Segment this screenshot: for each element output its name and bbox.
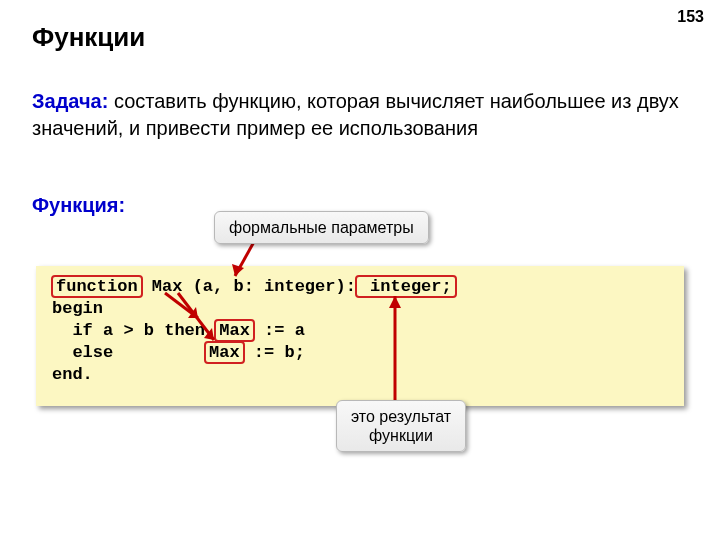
page-number: 153	[677, 8, 704, 26]
code-else-a: else	[52, 343, 205, 362]
code-end: end.	[52, 365, 93, 384]
code-if-b: := a	[254, 321, 305, 340]
code: function Max (a, b: integer): integer; b…	[52, 276, 668, 386]
callout-result: это результат функции	[336, 400, 466, 452]
code-block: function Max (a, b: integer): integer; b…	[36, 266, 684, 406]
task-paragraph: Задача: составить функцию, которая вычис…	[32, 88, 688, 142]
code-if-a: if a > b then	[52, 321, 215, 340]
hl-function-keyword: function	[51, 275, 143, 298]
page-title: Функции	[32, 22, 145, 53]
callout-result-line2: функции	[369, 427, 433, 444]
hl-return-type: integer;	[355, 275, 457, 298]
callout-result-line1: это результат	[351, 408, 451, 425]
task-label: Задача:	[32, 90, 108, 112]
code-sig-mid: Max (a, b: integer):	[142, 277, 356, 296]
hl-max-1: Max	[214, 319, 255, 342]
hl-max-2: Max	[204, 341, 245, 364]
callout-formal-params: формальные параметры	[214, 211, 429, 244]
code-begin: begin	[52, 299, 103, 318]
task-text: составить функцию, которая вычисляет наи…	[32, 90, 679, 139]
code-else-b: := b;	[244, 343, 305, 362]
function-label: Функция:	[32, 194, 125, 217]
